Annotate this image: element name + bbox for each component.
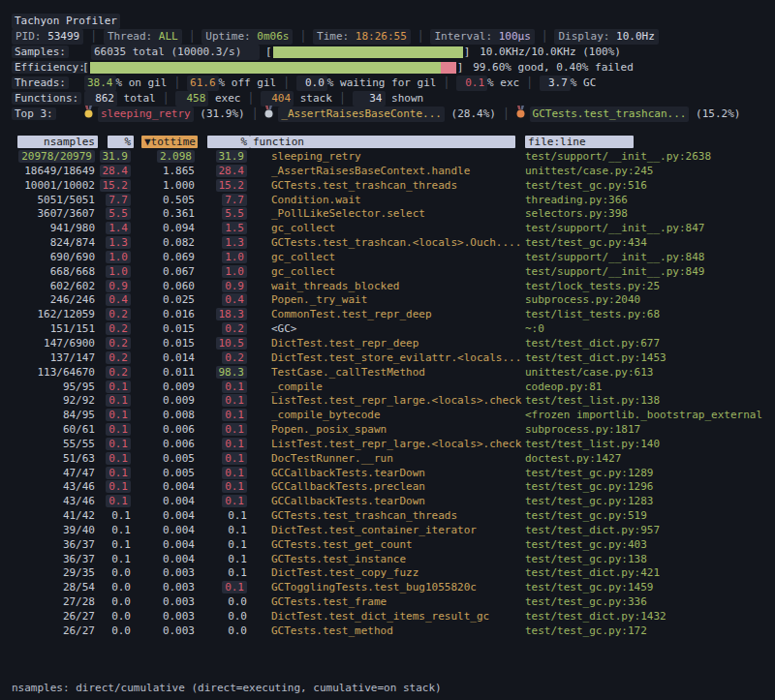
table-row[interactable]: 137/1470.20.0140.2DictTest.test_store_ev… <box>0 351 775 366</box>
separator-bar: │ <box>163 91 170 107</box>
column-header-tottime[interactable]: ▼tottime <box>134 136 198 148</box>
table-row[interactable]: 690/6901.00.0691.0gc_collecttest/support… <box>0 251 775 265</box>
table-row[interactable]: 113/646700.20.01198.3TestCase._callTestM… <box>0 366 775 380</box>
table-row[interactable]: 47/470.10.0050.1GCCallbackTests.tearDown… <box>0 467 775 481</box>
cell-nsamples: 602/602 <box>12 280 98 294</box>
cell-sample-pct: 0.1 <box>98 394 134 409</box>
table-row[interactable]: 28/540.00.0030.1GCTogglingTests.test_bug… <box>0 581 775 595</box>
table-row[interactable]: 36/370.10.0040.1GCTests.test_get_countte… <box>0 538 775 553</box>
table-row[interactable]: 246/2460.40.0250.4Popen._try_waitsubproc… <box>0 293 775 308</box>
samples-line: Samples: 66035 total (10000.3/s) [] 10.0… <box>0 45 775 60</box>
cell-sample-pct: 0.2 <box>98 308 134 322</box>
cell-function: GCTests.test_method <box>250 624 525 639</box>
table-row[interactable]: 824/8741.30.0821.3GCTests.test_trashcan.… <box>0 236 775 251</box>
table-row[interactable]: 18649/1864928.41.86528.4_AssertRaisesBas… <box>0 165 775 179</box>
table-row[interactable]: 36/370.10.0040.1GCTests.test_instancetes… <box>0 553 775 567</box>
cell-tottime: 0.008 <box>134 409 198 423</box>
table-row[interactable]: 29/350.00.0030.1DictTest.test_copy_fuzzt… <box>0 566 775 581</box>
efficiency-result: 99.60% good, 0.40% failed <box>473 60 634 76</box>
threads-line: Threads:38.4% on gil│61.6% off gil│0.0% … <box>0 76 775 91</box>
cell-nsamples: 84/95 <box>12 409 98 423</box>
cell-file-line: test/test_gc.py:336 <box>525 595 775 610</box>
cell-tottime-pct: 0.4 <box>198 293 250 308</box>
cell-tottime: 0.016 <box>134 308 198 322</box>
column-header-fileline[interactable]: file:line <box>525 136 775 148</box>
cell-nsamples: 18649/18649 <box>12 165 98 179</box>
threads-suffix: % off gil <box>219 76 277 91</box>
table-row[interactable]: 26/270.00.0030.0DictTest.test_dict_items… <box>0 610 775 624</box>
cell-tottime: 2.098 <box>134 150 198 165</box>
table-row[interactable]: 55/550.10.0060.1ListTest.test_repr_large… <box>0 438 775 452</box>
cell-file-line: test/test_dict.py:957 <box>525 524 775 538</box>
table-row[interactable]: 41/420.10.0040.1GCTests.test_trashcan_th… <box>0 509 775 524</box>
column-header-function[interactable]: function <box>250 136 525 148</box>
cell-tottime-pct: 0.1 <box>198 524 250 538</box>
cell-tottime-pct: 1.0 <box>198 251 250 265</box>
table-row[interactable]: 10001/1000215.21.00015.2GCTests.test_tra… <box>0 179 775 194</box>
cell-sample-pct: 0.1 <box>98 423 134 438</box>
cell-tottime-pct: 0.1 <box>198 581 250 595</box>
column-header-[interactable]: % <box>98 136 134 148</box>
cell-function: DictTest.test_store_evilattr.<locals... <box>250 351 525 366</box>
cell-tottime: 0.015 <box>134 337 198 351</box>
table-row[interactable]: 5051/50517.70.5057.7Condition.waitthread… <box>0 194 775 208</box>
cell-tottime-pct: 0.1 <box>198 394 250 409</box>
app-title: Tachyon Profiler <box>12 14 120 29</box>
cell-tottime-pct: 0.1 <box>198 380 250 395</box>
cell-file-line: ~:0 <box>525 322 775 337</box>
table-row[interactable]: 43/460.10.0040.1GCCallbackTests.preclean… <box>0 480 775 495</box>
table-row[interactable]: 51/630.10.0050.1DocTestRunner.__rundocte… <box>0 452 775 467</box>
table-body: 20978/2097931.92.09831.9sleeping_retryte… <box>0 150 775 639</box>
status-thread-label: Thread: <box>108 30 159 43</box>
cell-nsamples: 113/64670 <box>12 366 98 380</box>
status-interval-label: Interval: <box>434 30 498 43</box>
cell-file-line: threading.py:366 <box>525 194 775 208</box>
cell-file-line: test/test_gc.py:516 <box>525 179 775 194</box>
cell-file-line: test/test_gc.py:138 <box>525 553 775 567</box>
cell-function: _compile_bytecode <box>250 409 525 423</box>
table-row[interactable]: 20978/2097931.92.09831.9sleeping_retryte… <box>0 150 775 165</box>
cell-tottime-pct: 1.0 <box>198 265 250 280</box>
status-interval: Interval: 100µs <box>430 29 534 45</box>
cell-tottime-pct: 1.5 <box>198 222 250 236</box>
cell-sample-pct: 0.1 <box>98 538 134 553</box>
table-row[interactable]: 147/69000.20.01510.5DictTest.test_repr_d… <box>0 337 775 351</box>
column-header-[interactable]: % <box>198 136 250 148</box>
table-row[interactable]: 60/610.10.0060.1Popen._posix_spawnsubpro… <box>0 423 775 438</box>
cell-tottime: 0.003 <box>134 581 198 595</box>
cell-tottime-pct: 0.0 <box>198 595 250 610</box>
status-pid: PID: 53499 <box>12 29 83 45</box>
table-row[interactable]: 92/920.10.0090.1ListTest.test_repr_large… <box>0 394 775 409</box>
cell-file-line: selectors.py:398 <box>525 207 775 222</box>
cell-sample-pct: 0.4 <box>98 293 134 308</box>
cell-file-line: test/test_dict.py:1432 <box>525 610 775 624</box>
cell-function: GCTests.test_frame <box>250 595 525 610</box>
cell-file-line: test/support/__init__.py:2638 <box>525 150 775 165</box>
table-row[interactable]: 941/9801.40.0941.5gc_collecttest/support… <box>0 222 775 236</box>
table-row[interactable]: 84/950.10.0080.1_compile_bytecode<frozen… <box>0 409 775 423</box>
threads-value: 3.7 <box>540 76 571 91</box>
cell-tottime-pct: 28.4 <box>198 165 250 179</box>
cell-function: Popen._try_wait <box>250 293 525 308</box>
table-row[interactable]: 95/950.10.0090.1_compilecodeop.py:81 <box>0 380 775 395</box>
table-row[interactable]: 43/460.10.0040.1GCCallbackTests.tearDown… <box>0 495 775 509</box>
cell-sample-pct: 0.1 <box>98 509 134 524</box>
cell-tottime-pct: 15.2 <box>198 179 250 194</box>
table-row[interactable]: 27/280.00.0030.0GCTests.test_frametest/t… <box>0 595 775 610</box>
table-row[interactable]: 151/1510.20.0150.2<GC>~:0 <box>0 322 775 337</box>
table-row[interactable]: 39/400.10.0040.1DictTest.test_container_… <box>0 524 775 538</box>
table-row[interactable]: 162/120590.20.01618.3CommonTest.test_rep… <box>0 308 775 322</box>
table-row[interactable]: 26/270.00.0030.0GCTests.test_methodtest/… <box>0 624 775 639</box>
cell-function: wait_threads_blocked <box>250 280 525 294</box>
cell-nsamples: 95/95 <box>12 380 98 395</box>
separator-bar: │ <box>252 107 259 122</box>
cell-tottime-pct: 0.1 <box>198 566 250 581</box>
column-header-nsamples[interactable]: nsamples <box>12 136 98 148</box>
table-row[interactable]: 3607/36075.50.3615.5_PollLikeSelector.se… <box>0 207 775 222</box>
cell-sample-pct: 28.4 <box>98 165 134 179</box>
table-row[interactable]: 602/6020.90.0600.9wait_threads_blockedte… <box>0 280 775 294</box>
cell-sample-pct: 5.5 <box>98 207 134 222</box>
table-row[interactable]: 668/6681.00.0671.0gc_collecttest/support… <box>0 265 775 280</box>
threads-value: 61.6 <box>187 76 219 91</box>
cell-nsamples: 29/35 <box>12 566 98 581</box>
